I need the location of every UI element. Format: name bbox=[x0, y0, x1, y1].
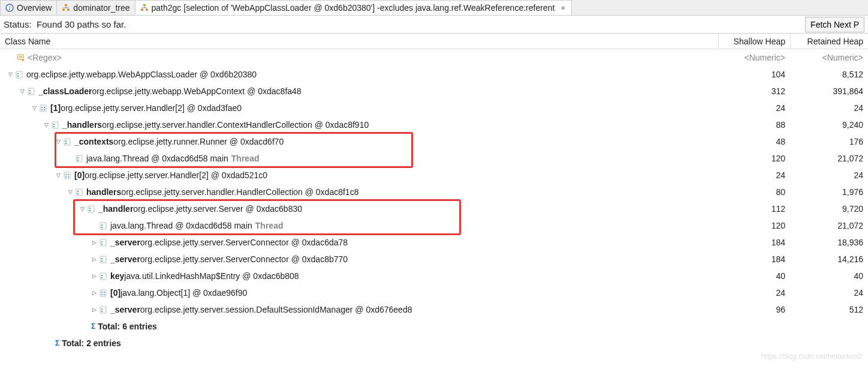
expand-toggle[interactable]: ▽ bbox=[54, 139, 62, 145]
expand-toggle[interactable]: ▽ bbox=[6, 71, 14, 77]
svg-rect-54 bbox=[100, 239, 106, 246]
shallow-filter[interactable]: <Numeric> bbox=[718, 53, 790, 62]
table-row[interactable]: ▷[0] java.lang.Object[1] @ 0xdae96f90242… bbox=[0, 284, 868, 301]
table-row[interactable]: ▽_handlers org.eclipse.jetty.server.hand… bbox=[0, 116, 868, 133]
shallow-value: 48 bbox=[718, 137, 790, 146]
shallow-value: 96 bbox=[718, 305, 790, 314]
column-shallow-heap[interactable]: Shallow Heap bbox=[718, 34, 790, 49]
type-suffix: Thread bbox=[231, 154, 260, 163]
field-name: _handler bbox=[98, 204, 133, 214]
table-row[interactable]: ΣTotal: 2 entries bbox=[0, 335, 868, 352]
svg-rect-48 bbox=[88, 206, 94, 212]
class-icon bbox=[98, 221, 108, 230]
expand-toggle[interactable]: ▷ bbox=[90, 256, 98, 262]
svg-rect-34 bbox=[64, 139, 70, 145]
class-path: org.eclipse.jetty.server.session.Default… bbox=[140, 305, 412, 314]
expand-toggle[interactable]: ▷ bbox=[90, 290, 98, 296]
svg-rect-23 bbox=[28, 88, 34, 95]
svg-rect-43 bbox=[65, 176, 67, 178]
svg-rect-66 bbox=[101, 294, 103, 295]
svg-point-56 bbox=[101, 244, 103, 245]
svg-rect-68 bbox=[100, 307, 106, 313]
retained-value: 24 bbox=[790, 170, 868, 180]
expand-toggle[interactable]: ▽ bbox=[30, 105, 38, 111]
svg-rect-65 bbox=[104, 292, 105, 293]
table-row[interactable]: java.lang.Thread @ 0xdacd6d58 mainThread… bbox=[0, 150, 868, 167]
status-text: Status: Found 30 paths so far. bbox=[4, 19, 126, 29]
column-retained-heap[interactable]: Retained Heap bbox=[790, 34, 868, 49]
retained-value: 40 bbox=[790, 271, 868, 281]
field-name: _classLoader bbox=[38, 86, 92, 96]
regex-placeholder[interactable]: <Regex> bbox=[28, 53, 62, 62]
shallow-value: 184 bbox=[718, 238, 790, 247]
table-row[interactable]: ▷_server org.eclipse.jetty.server.sessio… bbox=[0, 301, 868, 318]
expand-toggle[interactable]: ▷ bbox=[90, 239, 98, 245]
svg-point-35 bbox=[65, 140, 67, 142]
class-path: org.eclipse.jetty.server.ServerConnector… bbox=[140, 254, 348, 264]
field-name: [0] bbox=[110, 288, 120, 298]
retained-value: 8,512 bbox=[790, 70, 868, 79]
expand-toggle[interactable]: ▽ bbox=[18, 88, 26, 94]
svg-rect-10 bbox=[141, 9, 143, 11]
filter-row[interactable]: <Regex> <Numeric> <Numeric> bbox=[0, 49, 868, 66]
expand-toggle[interactable]: ▽ bbox=[42, 122, 50, 128]
table-row[interactable]: ▽_contexts org.eclipse.jetty.runner.Runn… bbox=[0, 133, 868, 150]
table-row[interactable]: ▷_server org.eclipse.jetty.server.Server… bbox=[0, 251, 868, 268]
table-row[interactable]: ▷key java.util.LinkedHashMap$Entry @ 0xd… bbox=[0, 268, 868, 284]
watermark: https://blog.csdn.net/helowken2 bbox=[761, 352, 862, 361]
shallow-value: 312 bbox=[718, 86, 790, 96]
class-path: java.lang.Object[1] @ 0xdae96f90 bbox=[120, 288, 247, 298]
svg-point-58 bbox=[101, 258, 103, 259]
expand-toggle[interactable]: ▷ bbox=[90, 273, 98, 279]
svg-rect-29 bbox=[41, 109, 43, 110]
expand-toggle[interactable]: ▽ bbox=[66, 189, 74, 195]
svg-rect-2 bbox=[65, 4, 67, 6]
svg-point-22 bbox=[17, 76, 19, 77]
retained-value: 9,720 bbox=[790, 204, 868, 214]
shallow-value: 104 bbox=[718, 70, 790, 79]
svg-rect-37 bbox=[76, 155, 82, 162]
table-row[interactable]: ▽_handler org.eclipse.jetty.server.Serve… bbox=[0, 200, 868, 217]
class-path: org.eclipse.jetty.runner.Runner @ 0xdacd… bbox=[113, 137, 284, 146]
svg-rect-31 bbox=[52, 122, 58, 128]
table-row[interactable]: ▽handlers org.eclipse.jetty.server.handl… bbox=[0, 184, 868, 200]
svg-rect-16 bbox=[17, 55, 23, 59]
expand-toggle[interactable]: ▷ bbox=[90, 307, 98, 313]
table-row[interactable]: ▽org.eclipse.jetty.webapp.WebAppClassLoa… bbox=[0, 66, 868, 83]
tab-path2gc[interactable]: path2gc [selection of 'WebAppClassLoader… bbox=[135, 0, 572, 15]
table-row[interactable]: ▽[0] org.eclipse.jetty.server.Handler[2]… bbox=[0, 167, 868, 184]
table-row[interactable]: ΣTotal: 6 entries bbox=[0, 318, 868, 335]
status-bar: Status: Found 30 paths so far. Fetch Nex… bbox=[0, 16, 868, 34]
svg-point-50 bbox=[89, 210, 91, 211]
tab-overview[interactable]: i Overview bbox=[0, 0, 57, 15]
retained-filter[interactable]: <Numeric> bbox=[790, 53, 868, 62]
expand-toggle[interactable]: ▽ bbox=[78, 206, 86, 212]
expand-toggle[interactable]: ▽ bbox=[54, 172, 62, 178]
tab-bar: i Overview dominator_tree path2gc [selec… bbox=[0, 0, 868, 16]
class-path: java.util.LinkedHashMap$Entry @ 0xdac6b8… bbox=[124, 271, 299, 281]
class-path: org.eclipse.jetty.webapp.WebAppContext @… bbox=[92, 86, 302, 96]
svg-rect-57 bbox=[100, 256, 106, 263]
svg-text:i: i bbox=[9, 5, 11, 11]
tab-dominator-tree[interactable]: dominator_tree bbox=[56, 0, 135, 15]
field-name: key bbox=[110, 271, 124, 281]
table-row[interactable]: ▽[1] org.eclipse.jetty.server.Handler[2]… bbox=[0, 100, 868, 116]
table-row[interactable]: ▷_server org.eclipse.jetty.server.Server… bbox=[0, 234, 868, 251]
table-row[interactable]: ▽_classLoader org.eclipse.jetty.webapp.W… bbox=[0, 83, 868, 100]
column-class-name[interactable]: Class Name bbox=[0, 37, 718, 46]
tab-label: Overview bbox=[17, 3, 52, 13]
field-name: _handlers bbox=[62, 120, 102, 130]
svg-point-52 bbox=[101, 224, 103, 226]
field-name: Total: 2 entries bbox=[62, 338, 121, 348]
svg-rect-63 bbox=[100, 290, 106, 296]
svg-point-25 bbox=[29, 92, 31, 94]
fetch-next-button[interactable]: Fetch Next P bbox=[805, 17, 864, 32]
svg-rect-64 bbox=[101, 292, 103, 293]
svg-rect-45 bbox=[76, 189, 82, 196]
shallow-value: 112 bbox=[718, 204, 790, 214]
close-icon[interactable]: ✕ bbox=[560, 5, 566, 11]
tree-body: <Regex> <Numeric> <Numeric> ▽org.eclipse… bbox=[0, 49, 868, 364]
table-row[interactable]: java.lang.Thread @ 0xdacd6d58 mainThread… bbox=[0, 217, 868, 234]
svg-rect-41 bbox=[65, 174, 67, 175]
svg-rect-40 bbox=[64, 172, 70, 179]
